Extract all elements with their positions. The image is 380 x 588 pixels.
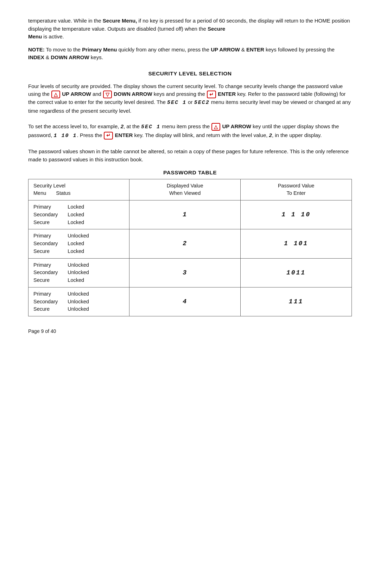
- table-row: PrimarySecondarySecureLockedLockedLocked…: [28, 200, 352, 229]
- note-bold3: ENTER: [246, 47, 264, 52]
- password-cell-2: 1011: [241, 258, 352, 287]
- sec-para-1e: ENTER: [216, 91, 236, 97]
- example-text8: key. The display will blink, and return …: [133, 132, 269, 138]
- para1-bold1: Secure Menu,: [103, 18, 137, 24]
- table-row: PrimarySecondarySecureUnlockedLockedLock…: [28, 229, 352, 258]
- sec-para-1g: or: [186, 99, 194, 105]
- security-cell-1: PrimarySecondarySecureUnlockedLockedLock…: [28, 229, 129, 258]
- example-text7: ENTER: [113, 132, 133, 138]
- up-arrow-key2-icon: [211, 123, 220, 131]
- enter-key-icon: [207, 91, 216, 98]
- sec-para-1d: keys and pressing the: [152, 91, 207, 97]
- example-text2: , at the: [124, 123, 141, 129]
- password-cell-1: 1 101: [241, 229, 352, 258]
- example-text3: menu item press the: [160, 123, 211, 129]
- col-displayed-line1: Displayed Value: [134, 182, 235, 190]
- sec-para-1b: UP ARROW: [61, 91, 91, 97]
- status-col-1: UnlockedLockedLocked: [68, 232, 89, 255]
- note-bold2: UP ARROW: [211, 47, 240, 52]
- displayed-cell-1: 2: [129, 229, 241, 258]
- col-password-header: Password Value To Enter: [241, 179, 352, 200]
- note-bold1: Primary Menu: [82, 47, 117, 52]
- col-password-line1: Password Value: [246, 182, 347, 190]
- note-text3: &: [240, 47, 246, 52]
- col-displayed-line2: When Viewed: [134, 190, 235, 197]
- example-text1: To set the access level to, for example,: [28, 123, 121, 129]
- table-row: PrimarySecondarySecureUnlockedUnlockedLo…: [28, 258, 352, 287]
- example-para: To set the access level to, for example,…: [28, 123, 352, 140]
- page-content: temperature value. While in the Secure M…: [28, 17, 352, 335]
- example-text4: UP ARROW: [221, 123, 251, 129]
- para1-end: is active.: [42, 33, 64, 39]
- example-val2: 2: [269, 132, 272, 138]
- security-cell-0: PrimarySecondarySecureLockedLockedLocked: [28, 200, 129, 229]
- password-cell-3: 111: [241, 287, 352, 316]
- displayed-cell-3: 4: [129, 287, 241, 316]
- enter-key2-icon: [104, 132, 113, 140]
- paragraph-1: temperature value. While in the Secure M…: [28, 17, 352, 41]
- sec-para-1c: DOWN ARROW: [112, 91, 152, 97]
- security-level-heading: SECURITY LEVEL SELECTION: [28, 69, 352, 78]
- status-col-3: UnlockedUnlockedUnlocked: [68, 290, 89, 313]
- table-row: PrimarySecondarySecureUnlockedUnlockedUn…: [28, 287, 352, 316]
- security-cell-3: PrimarySecondarySecureUnlockedUnlockedUn…: [28, 287, 129, 316]
- sec-para-1b2: and: [91, 91, 103, 97]
- example-sec: 5EC 1: [141, 124, 160, 130]
- note-text1: To move to the: [45, 47, 82, 52]
- example-val1: 2: [121, 123, 124, 129]
- note-text2: quickly from any other menu, press the: [117, 47, 211, 52]
- example-text6: . Press the: [77, 132, 104, 138]
- up-arrow-key-icon: [51, 91, 60, 98]
- note-bold4: INDEX: [28, 54, 44, 60]
- down-arrow-key-icon: [103, 91, 112, 98]
- col-status-label: Status: [56, 190, 70, 197]
- col-password-line2: To Enter: [246, 190, 347, 197]
- example-password: 1 10 1: [54, 133, 77, 139]
- example-text9: , in the upper display.: [272, 132, 322, 138]
- password-cell-0: 1 1 10: [241, 200, 352, 229]
- menu-col-3: PrimarySecondarySecure: [33, 290, 58, 313]
- menu-col-2: PrimarySecondarySecure: [33, 261, 58, 284]
- col-security-level-label: Security Level: [33, 182, 124, 190]
- note-block: NOTE: To move to the Primary Menu quickl…: [28, 46, 352, 62]
- password-table: Security Level Menu Status Displayed Val…: [28, 179, 352, 317]
- para1-bold2: Secure: [208, 26, 225, 32]
- para1-bold3: Menu: [28, 33, 42, 39]
- col-security-header: Security Level Menu Status: [28, 179, 129, 200]
- sec2-display: 5EC2: [194, 100, 210, 106]
- col-menu-label: Menu: [33, 190, 46, 197]
- retain-para: The password values shown in the table c…: [28, 148, 352, 163]
- status-col-2: UnlockedUnlockedLocked: [68, 261, 89, 284]
- sec1-display: 5EC 1: [167, 100, 186, 106]
- note-bold5: DOWN ARROW: [51, 54, 89, 60]
- para1-text1: temperature value. While in the: [28, 18, 103, 24]
- page-footer: Page 9 of 40: [28, 328, 352, 335]
- menu-col-0: PrimarySecondarySecure: [33, 203, 58, 226]
- table-heading: PASSWORD TABLE: [28, 168, 352, 177]
- note-text4: keys followed by pressing the: [264, 47, 335, 52]
- col-displayed-header: Displayed Value When Viewed: [129, 179, 241, 200]
- displayed-cell-2: 3: [129, 258, 241, 287]
- security-cell-2: PrimarySecondarySecureUnlockedUnlockedLo…: [28, 258, 129, 287]
- displayed-cell-0: 1: [129, 200, 241, 229]
- note-label: NOTE:: [28, 47, 45, 52]
- note-text5: &: [44, 54, 51, 60]
- security-para: Four levels of security are provided. Th…: [28, 82, 352, 115]
- note-text6: keys.: [89, 54, 103, 60]
- menu-col-1: PrimarySecondarySecure: [33, 232, 58, 255]
- status-col-0: LockedLockedLocked: [68, 203, 84, 226]
- table-header-row: Security Level Menu Status Displayed Val…: [28, 179, 352, 200]
